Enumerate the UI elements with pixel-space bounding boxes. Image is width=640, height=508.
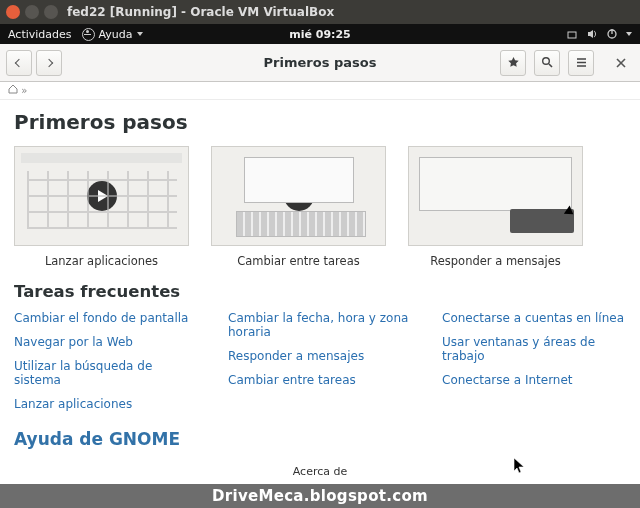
window-title: fed22 [Running] - Oracle VM VirtualBox <box>67 5 334 19</box>
video-caption: Cambiar entre tareas <box>211 254 386 268</box>
link-browse-web[interactable]: Navegar por la Web <box>14 335 198 349</box>
link-change-wallpaper[interactable]: Cambiar el fondo de pantalla <box>14 311 198 325</box>
back-button[interactable] <box>6 50 32 76</box>
power-icon[interactable] <box>606 28 618 40</box>
gnome-help-heading[interactable]: Ayuda de GNOME <box>14 429 626 449</box>
close-button[interactable] <box>608 50 634 76</box>
header-title: Primeros pasos <box>264 55 377 70</box>
chevron-down-icon <box>137 32 143 36</box>
svg-point-3 <box>542 58 549 65</box>
video-card-launch-apps[interactable]: Lanzar aplicaciones <box>14 146 189 268</box>
video-caption: Responder a mensajes <box>408 254 583 268</box>
activities-button[interactable]: Actividades <box>8 28 72 41</box>
app-header-bar: Primeros pasos <box>0 44 640 82</box>
link-change-date-time[interactable]: Cambiar la fecha, hora y zona horaria <box>228 311 412 339</box>
chevron-left-icon <box>15 58 23 66</box>
help-menu[interactable]: Ayuda <box>82 28 143 41</box>
link-system-search[interactable]: Utilizar la búsqueda de sistema <box>14 359 198 387</box>
gnome-top-bar: Actividades Ayuda mié 09:25 <box>0 24 640 44</box>
link-column-2: Cambiar la fecha, hora y zona horaria Re… <box>228 311 412 411</box>
window-close-button[interactable] <box>6 5 20 19</box>
link-column-1: Cambiar el fondo de pantalla Navegar por… <box>14 311 198 411</box>
svg-line-4 <box>549 64 552 67</box>
system-menu-chevron-icon[interactable] <box>626 32 632 36</box>
svg-rect-0 <box>568 32 576 38</box>
virtualbox-titlebar: fed22 [Running] - Oracle VM VirtualBox <box>0 0 640 24</box>
window-maximize-button[interactable] <box>44 5 58 19</box>
breadcrumb: » <box>0 82 640 100</box>
menu-button[interactable] <box>568 50 594 76</box>
video-card-respond-messages[interactable]: Responder a mensajes <box>408 146 583 268</box>
clock[interactable]: mié 09:25 <box>289 28 351 41</box>
volume-icon[interactable] <box>586 28 598 40</box>
network-icon[interactable] <box>566 28 578 40</box>
main-content: Primeros pasos Lanzar aplicaciones Cambi… <box>0 100 640 484</box>
link-column-3: Conectarse a cuentas en línea Usar venta… <box>442 311 626 411</box>
video-card-switch-tasks[interactable]: Cambiar entre tareas <box>211 146 386 268</box>
page-title: Primeros pasos <box>14 110 626 134</box>
forward-button[interactable] <box>36 50 62 76</box>
link-online-accounts[interactable]: Conectarse a cuentas en línea <box>442 311 626 325</box>
accessibility-icon <box>82 28 95 41</box>
video-caption: Lanzar aplicaciones <box>14 254 189 268</box>
help-menu-label: Ayuda <box>99 28 133 41</box>
chevron-right-icon <box>45 58 53 66</box>
breadcrumb-separator: » <box>21 85 27 96</box>
link-windows-workspaces[interactable]: Usar ventanas y áreas de trabajo <box>442 335 626 363</box>
window-minimize-button[interactable] <box>25 5 39 19</box>
video-thumbnail <box>408 146 583 246</box>
link-switch-tasks[interactable]: Cambiar entre tareas <box>228 373 412 387</box>
video-thumbnail <box>14 146 189 246</box>
video-card-row: Lanzar aplicaciones Cambiar entre tareas… <box>14 146 626 268</box>
link-launch-apps[interactable]: Lanzar aplicaciones <box>14 397 198 411</box>
link-connect-internet[interactable]: Conectarse a Internet <box>442 373 626 387</box>
about-link[interactable]: Acerca de <box>293 465 347 478</box>
section-title-frequent-tasks: Tareas frecuentes <box>14 282 626 301</box>
video-thumbnail <box>211 146 386 246</box>
bookmark-button[interactable] <box>500 50 526 76</box>
search-button[interactable] <box>534 50 560 76</box>
watermark: DriveMeca.blogspot.com <box>0 484 640 508</box>
home-icon[interactable] <box>8 84 18 96</box>
frequent-tasks-links: Cambiar el fondo de pantalla Navegar por… <box>14 311 626 411</box>
link-respond-messages[interactable]: Responder a mensajes <box>228 349 412 363</box>
